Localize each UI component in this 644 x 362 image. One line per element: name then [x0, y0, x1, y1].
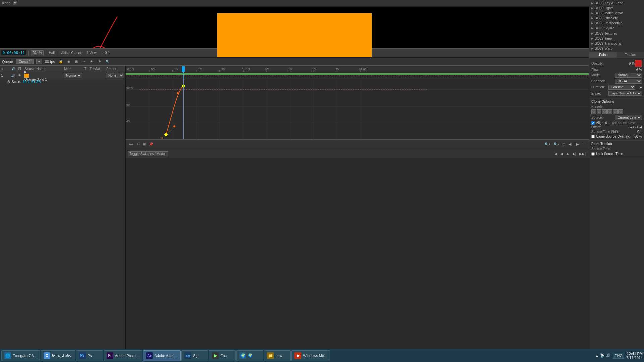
- aligned-checkbox[interactable]: [591, 121, 595, 125]
- volume-icon[interactable]: 🔊: [606, 353, 611, 358]
- bcc-arrow-3: ▶: [591, 17, 593, 20]
- bcc-item-4[interactable]: ▶ BCC9 Perspective: [589, 21, 644, 26]
- tracker-tab[interactable]: Tracker: [617, 52, 644, 58]
- zoom-control[interactable]: 49.1%: [31, 50, 43, 55]
- bcc-item-6[interactable]: ▶ BCC9 Textures: [589, 31, 644, 36]
- layout-control[interactable]: 1 View: [86, 51, 98, 55]
- zoom-out-icon[interactable]: 🔍-: [553, 142, 560, 146]
- expand-icon[interactable]: ▶: [24, 70, 27, 74]
- clock-time: 12:41 PM: [626, 352, 643, 356]
- bpp-control[interactable]: +0.0: [102, 51, 111, 55]
- tl-icon-view[interactable]: 👁: [97, 59, 102, 64]
- ease-icon[interactable]: ⌒: [581, 142, 587, 147]
- property-value[interactable]: 64.2, 64.2%: [23, 80, 41, 84]
- preset-1[interactable]: ⬡: [591, 109, 596, 114]
- channels-dropdown[interactable]: RGBA: [615, 79, 642, 84]
- camera-control[interactable]: Active Camera: [60, 51, 84, 55]
- paint-tracker-section: Paint Tracker Source Time Lock Source Ti…: [589, 141, 644, 158]
- source-time-shift-value[interactable]: 0.1: [619, 130, 642, 134]
- prev-keyframe-icon[interactable]: ◀|: [568, 142, 573, 146]
- flow-value[interactable]: 6 %: [599, 68, 642, 72]
- layer-parent-dropdown[interactable]: None: [106, 73, 124, 78]
- quality-control[interactable]: Half: [48, 51, 56, 55]
- layer-row[interactable]: 1 🔊 👁 ▶ Orange Solid 1 Normal: [0, 72, 125, 79]
- duration-label: Duration:: [591, 85, 605, 89]
- offset-value[interactable]: 574 -114: [601, 125, 642, 129]
- layer-audio-toggle[interactable]: 🔊: [10, 74, 17, 77]
- timecode-display[interactable]: 0:00:00:11: [1, 50, 26, 55]
- layer-mode-dropdown[interactable]: Normal: [64, 73, 82, 78]
- duration-dropdown[interactable]: Constant: [608, 85, 635, 90]
- preset-4[interactable]: ⬡: [607, 109, 612, 114]
- first-frame-btn[interactable]: |◀: [552, 152, 558, 156]
- toggle-switches-btn[interactable]: Toggle Switches / Modes: [128, 151, 168, 156]
- comp-tab[interactable]: Comp 1: [16, 59, 34, 64]
- loop-icon[interactable]: ↻: [136, 142, 141, 146]
- preset-6[interactable]: ⬡: [618, 109, 623, 114]
- erase-dropdown[interactable]: Layer Source & Paint: [608, 91, 642, 96]
- taskbar-chrome[interactable]: C ایجاد کردن حا: [41, 350, 75, 361]
- frame-icon[interactable]: ⊡: [561, 142, 566, 146]
- preset-5[interactable]: ⬡: [613, 109, 618, 114]
- timeline-settings-btn[interactable]: ≡: [36, 59, 42, 64]
- taskbar-photoshop[interactable]: Ps Ps: [76, 350, 103, 361]
- lock-source-time-checkbox[interactable]: [591, 152, 595, 156]
- pin-icon[interactable]: 📌: [148, 142, 154, 146]
- preset-3[interactable]: ⬡: [602, 109, 607, 114]
- snap-icon[interactable]: ⊞: [142, 142, 147, 146]
- browser-icon: 🌍: [239, 352, 246, 359]
- preset-2[interactable]: ⬡: [597, 109, 601, 114]
- language-indicator[interactable]: ENG: [613, 353, 624, 359]
- taskbar-new[interactable]: 📁 new: [264, 350, 291, 361]
- taskbar-browser[interactable]: 🌍 🌍: [236, 350, 263, 361]
- source-time-row: Source Time: [591, 147, 642, 151]
- opacity-value[interactable]: 9 %: [604, 62, 635, 65]
- play-btn[interactable]: ▶: [566, 152, 570, 156]
- fit-icon[interactable]: ⟺: [128, 142, 135, 146]
- zoom-in-icon[interactable]: 🔍+: [544, 142, 552, 146]
- bcc-item-5[interactable]: ▶ BCC9 Stylize: [589, 26, 644, 31]
- tl-icon-solo[interactable]: ◉: [66, 59, 71, 64]
- bcc-item-7[interactable]: ▶ BCC9 Time: [589, 36, 644, 41]
- last-frame-btn[interactable]: ▶▶|: [578, 152, 587, 156]
- paint-tab[interactable]: Paint: [589, 52, 617, 58]
- bcc-item-1[interactable]: ▶ BCC9 Lights: [589, 6, 644, 11]
- right-panel: ▶ BCC9 Key & Blend ▶ BCC9 Lights ▶ BCC9 …: [589, 0, 644, 349]
- aligned-label: Aligned: [596, 121, 607, 125]
- layer-video-toggle[interactable]: 👁: [17, 74, 23, 77]
- tray-arrow[interactable]: ▲: [595, 354, 599, 358]
- clock: 12:41 PM 7/17/2014: [626, 352, 643, 360]
- source-dropdown[interactable]: Current Layer: [615, 115, 642, 120]
- taskbar-encoder[interactable]: ▶ Enc: [209, 350, 236, 361]
- next-keyframe-icon[interactable]: |▶: [574, 142, 580, 146]
- lock-source-time-text: Lock Source Time: [596, 152, 623, 156]
- tl-icon-mode[interactable]: ⊞: [74, 59, 79, 64]
- tl-icon-search[interactable]: 🔍: [105, 59, 111, 64]
- preset-icons-row: ⬡ ⬡ ⬡ ⬡ ⬡ ⬡: [591, 109, 642, 114]
- mode-dropdown[interactable]: Normal: [615, 73, 642, 78]
- tl-icon-effects[interactable]: ★: [89, 59, 94, 64]
- stopwatch-icon[interactable]: ⏱: [7, 80, 10, 84]
- taskbar-speedgrade[interactable]: Sg Sg: [181, 350, 208, 361]
- bcc-list: ▶ BCC9 Key & Blend ▶ BCC9 Lights ▶ BCC9 …: [589, 0, 644, 52]
- viewer-icon[interactable]: 🎬: [13, 1, 17, 5]
- tl-icon-mask[interactable]: ✏: [82, 59, 86, 64]
- timeline-content: # 🔊 🎞 Source Name Mode T TrkMat Parent 1: [0, 66, 589, 349]
- bcc-item-8[interactable]: ▶ BCC9 Transitions: [589, 41, 644, 46]
- bcc-item-3[interactable]: ▶ BCC9 Obsolete: [589, 16, 644, 21]
- next-frame-btn[interactable]: ▶|: [572, 152, 577, 156]
- bcc-item-0[interactable]: ▶ BCC9 Key & Blend: [589, 1, 644, 6]
- clone-source-overlay-value[interactable]: 50 %: [631, 135, 642, 138]
- bcc-item-9[interactable]: ▶ BCC9 Warp: [589, 46, 644, 51]
- taskbar-freegate[interactable]: 🌐 Freegate 7.3...: [1, 350, 40, 361]
- freegate-label: Freegate 7.3...: [13, 354, 37, 358]
- taskbar-aftereffects[interactable]: Ae Adobe After ...: [143, 350, 181, 361]
- bcc-item-2[interactable]: ▶ BCC9 Match Move: [589, 11, 644, 16]
- bcc-label-8: BCC9 Transitions: [595, 42, 621, 45]
- clone-source-overlay-checkbox[interactable]: [591, 135, 595, 138]
- taskbar-windowsmedia[interactable]: ▶ Windows Me...: [291, 350, 330, 361]
- prev-frame-btn[interactable]: ◀: [559, 152, 564, 156]
- taskbar-premiere[interactable]: Pr Adobe Premi...: [104, 350, 143, 361]
- color-swatch[interactable]: [635, 60, 642, 67]
- tl-icon-lock[interactable]: 🔒: [58, 59, 64, 64]
